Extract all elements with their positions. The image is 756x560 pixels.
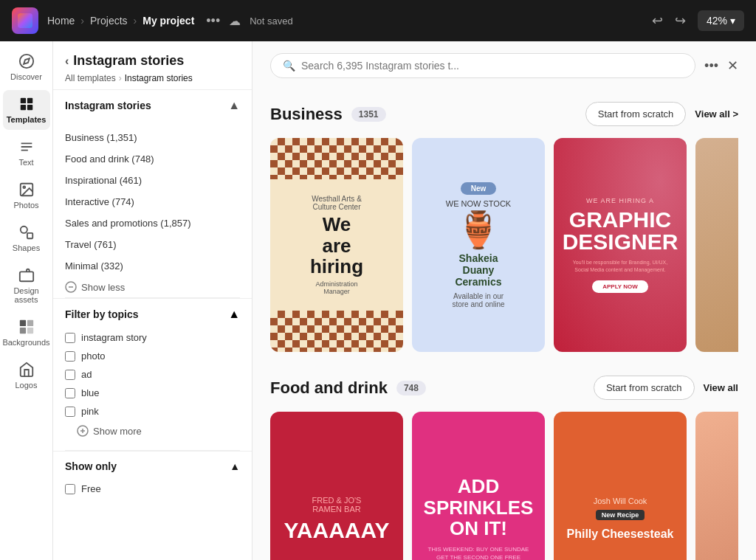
business-section: Business 1351 Start from scratch View al… <box>252 90 756 364</box>
food-template-grid: FRED & JO'SRAMEN BAR YAAAAAY ADDSPRINKLE… <box>270 412 738 560</box>
filter-instagram-story-checkbox[interactable] <box>65 333 75 343</box>
redo-button[interactable]: ↪ <box>672 10 689 32</box>
business-card-abstract[interactable] <box>695 138 738 352</box>
sidebar-item-shapes-label: Shapes <box>13 243 40 252</box>
sidebar-item-backgrounds[interactable]: Backgrounds <box>3 313 50 353</box>
sidebar-item-logos-label: Logos <box>16 381 38 390</box>
sidebar-item-discover[interactable]: Discover <box>3 47 50 87</box>
svg-rect-14 <box>27 328 32 333</box>
sidebar-item-design-assets[interactable]: Design assets <box>3 261 50 310</box>
app-logo[interactable] <box>12 7 38 34</box>
undo-button[interactable]: ↩ <box>649 10 666 32</box>
svg-rect-12 <box>27 320 32 326</box>
show-more-label: Show more <box>93 426 142 437</box>
panel-back-button[interactable]: ‹ Instagram stories <box>65 53 240 69</box>
topbar-more-button[interactable]: ••• <box>206 13 220 29</box>
business-section-row: Business 1351 Start from scratch View al… <box>270 102 738 126</box>
nav-item-business[interactable]: Business (1,351) <box>53 127 252 148</box>
cloud-icon: ☁ <box>229 14 241 28</box>
undo-redo-group: ↩ ↪ <box>649 10 689 32</box>
food-card-sprinkles[interactable]: ADDSPRINKLESON IT! THIS WEEKEND: BUY ONE… <box>412 412 545 560</box>
filter-ad[interactable]: ad <box>65 365 240 384</box>
content-options-button[interactable]: ••• <box>704 58 718 74</box>
recipe-brand: Josh Will Cook <box>594 497 647 505</box>
nav-item-minimal[interactable]: Minimal (332) <box>53 255 252 277</box>
breadcrumb-sep-1: › <box>80 15 84 27</box>
sidebar-item-templates-label: Templates <box>7 115 47 124</box>
nav-item-inspirational[interactable]: Inspirational (461) <box>53 170 252 191</box>
filter-ad-label: ad <box>81 369 92 380</box>
business-view-all-link[interactable]: View all > <box>695 108 738 120</box>
zoom-value: 42% <box>707 15 727 27</box>
food-card-abstract[interactable] <box>695 412 738 560</box>
nav-item-interactive[interactable]: Interactive (774) <box>53 191 252 212</box>
ceramics-badge: New <box>461 182 497 195</box>
svg-point-0 <box>19 55 32 68</box>
sprinkles-title: ADDSPRINKLESON IT! <box>424 476 534 539</box>
filter-pink[interactable]: pink <box>65 402 240 421</box>
sidebar-item-templates[interactable]: Templates <box>3 90 50 130</box>
show-less-button[interactable]: Show less <box>53 277 252 297</box>
sidebar-item-logos[interactable]: Logos <box>3 356 50 395</box>
ramen-brand: FRED & JO'SRAMEN BAR <box>312 496 362 514</box>
filter-blue-checkbox[interactable] <box>65 388 75 398</box>
food-section: Food and drink 748 Start from scratch Vi… <box>252 364 756 560</box>
panel-breadcrumb-all[interactable]: All templates <box>65 73 116 83</box>
breadcrumb-projects[interactable]: Projects <box>90 15 128 27</box>
content-header: 🔍 ••• ✕ <box>252 41 756 90</box>
food-view-all-link[interactable]: View all <box>704 382 738 393</box>
panel-back-arrow-icon: ‹ <box>65 55 69 68</box>
show-more-button[interactable]: Show more <box>65 421 240 441</box>
categories-list: Business (1,351) Food and drink (748) In… <box>53 127 252 277</box>
svg-rect-13 <box>19 328 25 333</box>
filter-photo[interactable]: photo <box>65 347 240 365</box>
filter-ad-checkbox[interactable] <box>65 370 75 380</box>
business-scratch-button[interactable]: Start from scratch <box>585 102 687 126</box>
app-logo-inner <box>18 13 32 28</box>
food-card-recipe[interactable]: Josh Will Cook New Recipe Philly Cheeses… <box>554 412 687 560</box>
breadcrumb-home[interactable]: Home <box>47 15 75 27</box>
svg-point-7 <box>23 186 25 188</box>
sidebar-item-text[interactable]: Text <box>3 133 50 173</box>
sidebar-item-design-assets-label: Design assets <box>6 286 47 304</box>
search-bar[interactable]: 🔍 <box>270 53 695 78</box>
panel-scroll-area: Instagram stories ▲ Business (1,351) Foo… <box>53 90 252 560</box>
nav-item-travel[interactable]: Travel (761) <box>53 234 252 255</box>
zoom-button[interactable]: 42% ▾ <box>698 10 744 31</box>
templates-panel: ‹ Instagram stories All templates › Inst… <box>53 41 252 560</box>
filter-photo-checkbox[interactable] <box>65 351 75 362</box>
zoom-chevron-icon: ▾ <box>730 15 735 27</box>
breadcrumb-sep-2: › <box>134 15 137 27</box>
filter-blue[interactable]: blue <box>65 384 240 402</box>
show-only-header[interactable]: Show only ▲ <box>65 460 240 472</box>
filter-pink-checkbox[interactable] <box>65 407 75 417</box>
sidebar-item-text-label: Text <box>18 158 33 167</box>
nav-item-food[interactable]: Food and drink (748) <box>53 148 252 170</box>
sidebar-item-shapes[interactable]: Shapes <box>3 218 50 258</box>
filter-instagram-story[interactable]: instagram story <box>65 328 240 347</box>
recipe-title: Philly Cheesesteak <box>567 528 674 541</box>
filter-free[interactable]: Free <box>65 480 240 498</box>
panel-breadcrumb-current: Instagram stories <box>125 73 193 83</box>
show-less-label: Show less <box>81 282 125 293</box>
business-card-hiring[interactable]: Westhall Arts &Culture Center We arehiri… <box>270 138 403 352</box>
nav-item-sales[interactable]: Sales and promotions (1,857) <box>53 212 252 234</box>
filter-header[interactable]: Filter by topics ▲ <box>65 308 240 321</box>
topbar: Home › Projects › My project ••• ☁ Not s… <box>0 0 756 41</box>
icon-sidebar: Discover Templates Text Photos Shapes De… <box>0 41 53 560</box>
filter-instagram-story-label: instagram story <box>81 332 147 343</box>
ramen-title: YAAAAAY <box>284 518 390 542</box>
filter-free-checkbox[interactable] <box>65 484 75 494</box>
sidebar-item-photos[interactable]: Photos <box>3 176 50 215</box>
show-only-title-text: Show only <box>65 460 117 472</box>
categories-toggle-icon: ▲ <box>228 99 240 112</box>
search-icon: 🔍 <box>283 60 295 72</box>
categories-section-header[interactable]: Instagram stories ▲ <box>65 99 240 112</box>
business-card-designer[interactable]: WE ARE HIRING A GRAPHICDESIGNER You'll b… <box>554 138 687 352</box>
business-card-ceramics[interactable]: New WE NOW STOCK 🏺 ShakeiaDuanyCeramics … <box>412 138 545 352</box>
main-content: 🔍 ••• ✕ Business 1351 Start from scratch… <box>252 41 756 560</box>
search-input[interactable] <box>301 60 683 72</box>
content-close-button[interactable]: ✕ <box>727 58 738 74</box>
food-card-ramen[interactable]: FRED & JO'SRAMEN BAR YAAAAAY <box>270 412 403 560</box>
food-scratch-button[interactable]: Start from scratch <box>594 376 695 400</box>
